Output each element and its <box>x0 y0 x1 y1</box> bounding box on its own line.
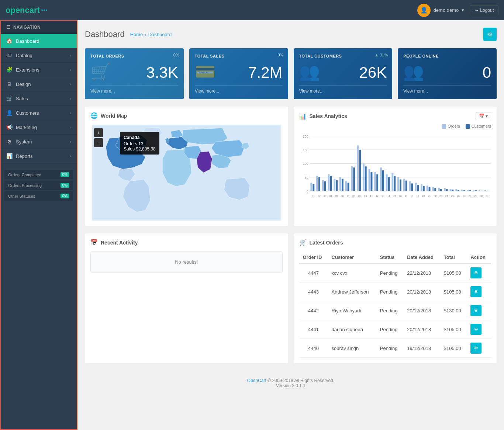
view-order-button[interactable]: 👁 <box>470 286 481 297</box>
svg-text:100: 100 <box>303 162 308 166</box>
svg-rect-71 <box>484 190 486 191</box>
svg-rect-53 <box>432 187 434 191</box>
svg-rect-36 <box>382 170 384 191</box>
svg-text:07: 07 <box>346 195 349 197</box>
cart-icon: 🛒 <box>90 62 111 82</box>
svg-rect-49 <box>420 184 422 191</box>
calendar-icon: 📅 <box>90 239 98 246</box>
svg-rect-11 <box>310 183 312 191</box>
svg-rect-24 <box>347 183 349 191</box>
svg-rect-38 <box>388 177 390 191</box>
cell-customer: Riya Wahyudi <box>328 301 376 320</box>
total-orders-link[interactable]: View more... <box>90 85 178 94</box>
cell-status: Pending <box>376 301 403 320</box>
svg-text:26: 26 <box>457 195 460 197</box>
online-people-icon: 👥 <box>403 62 424 82</box>
orders-processing-badge: 0% <box>61 183 69 188</box>
sidebar-item-dashboard[interactable]: 🏠 Dashboard <box>1 34 77 48</box>
people-online-link[interactable]: View more... <box>403 85 491 94</box>
zoom-out-button[interactable]: − <box>94 138 103 147</box>
svg-rect-68 <box>475 190 477 191</box>
cell-status: Pending <box>376 320 403 339</box>
svg-text:25: 25 <box>451 195 454 197</box>
col-customer: Customer <box>328 252 376 263</box>
svg-text:01: 01 <box>312 195 315 197</box>
world-map-svg <box>90 125 283 221</box>
cell-customer: Andrew Jefferson <box>328 282 376 301</box>
orders-icon: 🛒 <box>299 239 307 246</box>
svg-text:14: 14 <box>387 195 390 197</box>
view-order-button[interactable]: 👁 <box>470 267 481 278</box>
other-statuses-status: Other Statuses 0% <box>4 191 73 201</box>
total-customers-link[interactable]: View more... <box>299 85 387 94</box>
chart-icon: 📊 <box>299 113 307 120</box>
svg-text:20: 20 <box>422 195 425 197</box>
footer-brand-link[interactable]: OpenCart <box>247 378 266 383</box>
view-order-button[interactable]: 👁 <box>470 324 481 335</box>
orders-processing-label: Orders Processing <box>8 183 42 188</box>
svg-rect-64 <box>463 190 465 191</box>
user-menu[interactable]: 👤 demo demo ▾ <box>417 4 465 17</box>
sidebar-item-marketing[interactable]: 📢 Marketing › <box>1 120 77 135</box>
svg-rect-55 <box>438 188 440 191</box>
cell-total: $105.00 <box>440 282 467 301</box>
svg-rect-21 <box>339 177 341 191</box>
orders-completed-badge: 0% <box>61 172 69 177</box>
breadcrumb-home[interactable]: Home <box>130 32 143 37</box>
chart-area: 200 150 100 50 0 <box>299 132 491 216</box>
svg-rect-47 <box>415 183 417 191</box>
cell-status: Pending <box>376 282 403 301</box>
other-statuses-label: Other Statuses <box>8 194 35 198</box>
sidebar-item-design[interactable]: 🖥 Design › <box>1 77 77 91</box>
svg-text:15: 15 <box>393 195 396 197</box>
calendar-button[interactable]: 📅 ▾ <box>476 112 491 120</box>
footer-copyright: © 2009-2018 All Rights Reserved. <box>267 378 334 383</box>
sidebar-item-sales[interactable]: 🛒 Sales › <box>1 91 77 106</box>
svg-text:11: 11 <box>370 195 373 197</box>
col-total: Total <box>440 252 467 263</box>
cell-order-id: 4442 <box>299 301 328 320</box>
view-order-button[interactable]: 👁 <box>470 305 481 316</box>
chevron-right-icon: › <box>70 53 71 58</box>
col-date: Date Added <box>403 252 440 263</box>
svg-rect-27 <box>357 145 359 191</box>
total-sales-link[interactable]: View more... <box>195 85 283 94</box>
customers-icon: 👤 <box>6 110 12 116</box>
sidebar-item-catalog[interactable]: 🏷 Catalog › <box>1 48 77 63</box>
sidebar-item-extensions[interactable]: 🧩 Extensions › <box>1 63 77 77</box>
svg-text:08: 08 <box>352 195 355 197</box>
svg-rect-57 <box>443 188 445 191</box>
map-tooltip: Canada Orders 13 Sales $2,805.98 <box>120 132 159 155</box>
svg-text:12: 12 <box>376 195 379 197</box>
status-section: Orders Completed 0% Orders Processing 0%… <box>1 167 77 205</box>
chevron-right-icon: › <box>70 111 71 115</box>
svg-rect-14 <box>318 177 320 191</box>
logout-button[interactable]: ↪ Logout <box>470 6 498 15</box>
logo-symbol: ··· <box>41 6 48 15</box>
stat-card-total-sales: TOTAL SALES 0% 💳 7.2M View more... <box>189 48 288 99</box>
svg-text:27: 27 <box>462 195 465 197</box>
sidebar-item-reports[interactable]: 📊 Reports › <box>1 149 77 163</box>
svg-rect-28 <box>359 150 361 191</box>
svg-rect-20 <box>336 180 338 191</box>
svg-rect-22 <box>341 179 343 191</box>
svg-rect-48 <box>417 185 419 191</box>
table-row: 4440 sourav singh Pending 19/12/2018 $10… <box>299 339 491 358</box>
footer-version: Version 3.0.1.1 <box>92 383 489 388</box>
other-statuses-badge: 0% <box>61 194 69 198</box>
svg-rect-67 <box>473 190 474 191</box>
svg-rect-17 <box>328 174 329 191</box>
settings-button[interactable]: ⚙ <box>483 28 497 41</box>
zoom-in-button[interactable]: + <box>94 128 103 137</box>
sidebar-item-customers[interactable]: 👤 Customers › <box>1 106 77 120</box>
sidebar-item-system[interactable]: ⚙ System › <box>1 135 77 149</box>
svg-rect-70 <box>481 191 483 191</box>
chevron-right-icon: › <box>70 125 71 129</box>
chevron-right-icon: › <box>70 154 71 158</box>
marketing-icon: 📢 <box>6 124 12 130</box>
svg-rect-34 <box>376 174 378 191</box>
view-order-button[interactable]: 👁 <box>470 343 481 354</box>
hamburger-icon: ☰ <box>6 25 10 30</box>
svg-rect-18 <box>330 176 332 191</box>
main-content: Dashboard Home › Dashboard ⚙ TOTAL ORDER… <box>77 20 504 430</box>
